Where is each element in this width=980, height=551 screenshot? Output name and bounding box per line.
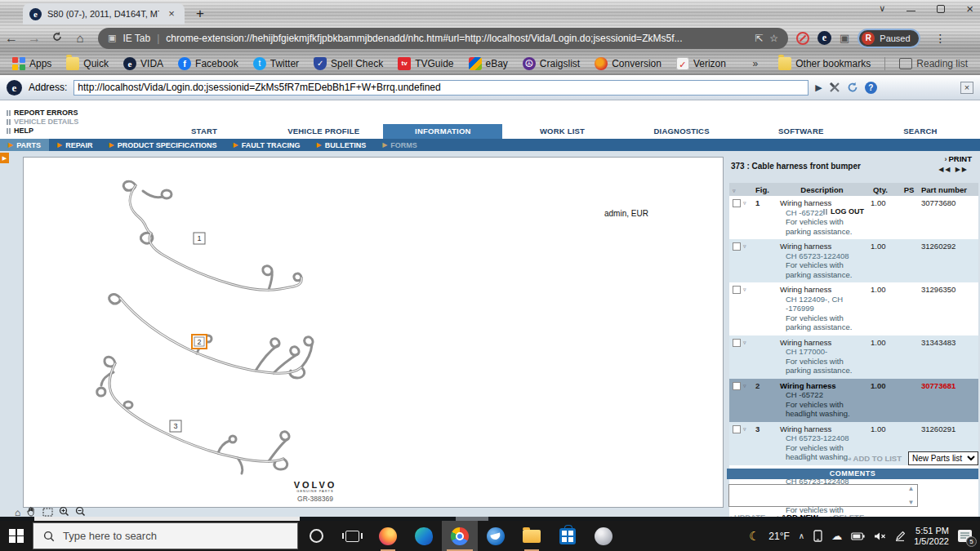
part-row[interactable]: ▿2Wiring harnessCH -65722For vehicles wi… (729, 379, 978, 422)
row-marker-icon[interactable]: ▿ (743, 382, 746, 389)
tab-diagnostics[interactable]: DIAGNOSTICS (622, 124, 742, 139)
bookmark-star-icon[interactable]: ☆ (769, 33, 778, 44)
extensions-menu-icon[interactable]: ▣ (840, 32, 849, 44)
part-number[interactable]: 31296350 (921, 285, 956, 294)
chrome-button[interactable] (442, 521, 478, 551)
task-view-button[interactable] (334, 521, 370, 551)
ms-store-button[interactable] (550, 521, 586, 551)
window-close-icon[interactable]: × (966, 5, 973, 13)
bookmark-vida[interactable]: eVIDA (118, 56, 169, 72)
scroll-up-icon[interactable]: ▲ (908, 485, 915, 492)
row-checkbox[interactable] (733, 242, 741, 251)
expand-panel-button[interactable]: ▶ (0, 153, 9, 163)
profile-button[interactable]: R Paused (858, 29, 920, 48)
bookmark-conversion[interactable]: Conversion (589, 56, 667, 72)
part-number[interactable]: 31343483 (921, 338, 956, 347)
phone-link-icon[interactable] (813, 530, 822, 542)
bookmark-craigslist[interactable]: ☮Craigslist (517, 56, 586, 72)
tray-expand-icon[interactable]: ∧ (799, 531, 804, 540)
report-errors-link[interactable]: REPORT ERRORS (7, 109, 78, 117)
volume-muted-icon[interactable] (874, 531, 886, 541)
col-fig[interactable]: Fig. (755, 185, 780, 194)
row-marker-icon[interactable]: ▿ (743, 339, 746, 346)
tab-software[interactable]: SOFTWARE (742, 124, 861, 139)
print-link[interactable]: ›PRINT (945, 154, 973, 163)
browser-menu-icon[interactable]: ⋮ (935, 32, 947, 45)
window-chevron-icon[interactable]: ∨ (879, 3, 885, 14)
add-to-list-link[interactable]: ›ADD TO LIST (849, 454, 902, 463)
part-row[interactable]: ▿1Wiring harnessCH -65722For vehicles wi… (729, 196, 978, 239)
subnav-bulletins[interactable]: ▶BULLETINS (308, 139, 374, 151)
part-number[interactable]: 30773680 (921, 198, 956, 207)
forward-icon[interactable]: → (23, 31, 46, 46)
notification-center-icon[interactable]: 5 (958, 530, 972, 542)
scroll-down-icon[interactable]: ▼ (908, 499, 915, 506)
go-icon[interactable]: ▶ (815, 82, 822, 93)
bookmark-facebook[interactable]: fFacebook (172, 56, 244, 72)
edge-button[interactable] (406, 521, 442, 551)
share-icon[interactable]: ⇱ (755, 33, 763, 44)
subnav-parts[interactable]: ▶PARTS (0, 139, 49, 151)
window-maximize-icon[interactable] (937, 5, 945, 13)
part-row[interactable]: ▿Wiring harnessCH 177000-For vehicles wi… (729, 335, 978, 379)
reload-icon[interactable] (46, 31, 69, 46)
tab-information[interactable]: INFORMATION (383, 124, 502, 139)
ietab-close-icon[interactable]: × (960, 82, 973, 94)
part-number[interactable]: 31260292 (921, 242, 956, 251)
bookmark-ebay[interactable]: eBay (463, 56, 514, 72)
row-marker-icon[interactable]: ▿ (743, 286, 746, 293)
onedrive-cloud-icon[interactable]: ☁ (831, 530, 842, 542)
start-button[interactable] (0, 529, 33, 544)
temperature[interactable]: 21°F (768, 531, 789, 542)
row-marker-icon[interactable]: ▿ (743, 242, 746, 250)
bookmark-tvguide[interactable]: tvTVGuide (392, 56, 459, 72)
address-input[interactable] (74, 80, 808, 96)
cortana-button[interactable] (298, 521, 334, 551)
row-marker-icon[interactable]: ▿ (743, 425, 746, 433)
subnav-fault-tracing[interactable]: ▶FAULT TRACING (225, 139, 309, 151)
bookmark-spell-check[interactable]: ✓Spell Check (308, 56, 389, 72)
page-back-icon[interactable]: ◀◀ (938, 166, 951, 173)
tab-work-list[interactable]: WORK LIST (502, 124, 621, 139)
comment-scrollbar[interactable]: ▲ ▼ (905, 485, 917, 506)
help-icon[interactable]: ? (865, 82, 877, 94)
col-description[interactable]: Description (780, 185, 864, 194)
subnav-product-specifications[interactable]: ▶PRODUCT SPECIFICATIONS (101, 139, 225, 151)
omnibox-url[interactable]: chrome-extension://hehijbfgiekmjfkfjpbkb… (166, 33, 748, 44)
ietab-extension-icon[interactable]: e (817, 31, 831, 45)
tab-close-icon[interactable]: × (165, 7, 178, 20)
pen-icon[interactable] (895, 531, 905, 541)
firefox-button[interactable] (370, 521, 406, 551)
blocked-extension-icon[interactable] (796, 32, 809, 45)
page-forward-icon[interactable]: ▶▶ (956, 166, 969, 173)
row-marker-icon[interactable]: ▿ (743, 199, 746, 207)
subnav-repair[interactable]: ▶REPAIR (49, 139, 101, 151)
part-row[interactable]: ▿Wiring harnessCH 122409-, CH -176999For… (729, 282, 978, 335)
bookmark-quick[interactable]: Quick (60, 56, 114, 72)
back-icon[interactable]: ← (0, 31, 23, 46)
row-checkbox[interactable] (733, 339, 741, 347)
col-qty[interactable]: Qty. (864, 185, 897, 194)
row-checkbox[interactable] (733, 286, 741, 294)
col-ps[interactable]: PS (897, 185, 921, 194)
logout-link[interactable]: LOG OUT (823, 207, 864, 216)
browser-tab[interactable]: e S80 (07-), 2011, D4164T, MTX75, × (23, 3, 185, 24)
part-number[interactable]: 31260291 (921, 424, 956, 433)
other-bookmarks[interactable]: Other bookmarks (773, 56, 876, 72)
row-checkbox[interactable] (733, 382, 741, 390)
part-row[interactable]: ▿Wiring harnessCH 65723-122408For vehicl… (729, 239, 978, 282)
new-tab-button[interactable]: + (196, 6, 204, 22)
bookmarks-overflow-icon[interactable]: » (753, 58, 759, 69)
thunderbird-button[interactable] (478, 521, 514, 551)
home-icon[interactable]: ⌂ (69, 31, 91, 45)
refresh-icon[interactable] (847, 82, 858, 93)
row-checkbox[interactable] (733, 199, 741, 207)
reading-list-button[interactable]: Reading list (893, 56, 973, 71)
weather-moon-icon[interactable]: ☾ (749, 529, 760, 544)
apps-shortcut[interactable]: Apps (7, 56, 57, 72)
col-part-number[interactable]: Part number (921, 185, 978, 194)
part-number[interactable]: 30773681 (921, 381, 956, 390)
tab-vehicle-profile[interactable]: VEHICLE PROFILE (264, 124, 383, 139)
bookmark-verizon[interactable]: ✓Verizon (670, 56, 732, 72)
tools-icon[interactable] (829, 82, 840, 93)
